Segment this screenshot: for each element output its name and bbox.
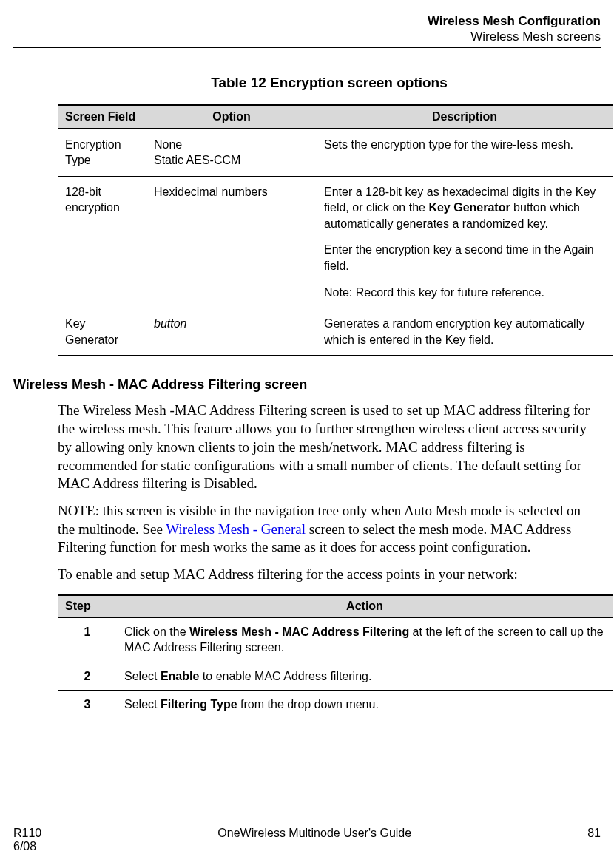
cell-screen-field: Encryption Type <box>58 129 146 177</box>
steps-table: Step Action 1Click on the Wireless Mesh … <box>58 594 613 719</box>
desc-paragraph: Sets the encryption type for the wire-le… <box>324 137 605 153</box>
cell-option: NoneStatic AES-CCM <box>146 129 317 177</box>
th-screen-field: Screen Field <box>58 105 146 129</box>
cell-option: Hexidecimal numbers <box>146 176 317 308</box>
cell-step-number: 2 <box>58 662 117 691</box>
th-option: Option <box>146 105 317 129</box>
footer-doc-title: OneWireless Multinode User's Guide <box>217 827 411 839</box>
cell-description: Generates a random encryption key automa… <box>317 308 613 356</box>
table-row: 2Select Enable to enable MAC Address fil… <box>58 662 613 691</box>
header-title: Wireless Mesh Configuration <box>13 13 601 29</box>
table-row: 128-bit encryptionHexidecimal numbersEnt… <box>58 176 613 308</box>
th-step: Step <box>58 595 117 617</box>
cell-action: Click on the Wireless Mesh - MAC Address… <box>117 617 613 662</box>
encryption-options-table: Screen Field Option Description Encrypti… <box>58 104 613 357</box>
cell-description: Sets the encryption type for the wire-le… <box>317 129 613 177</box>
desc-paragraph: Note: Record this key for future referen… <box>324 285 605 301</box>
cell-step-number: 1 <box>58 617 117 662</box>
wireless-mesh-general-link[interactable]: Wireless Mesh - General <box>166 521 306 537</box>
th-description: Description <box>317 105 613 129</box>
section-para-2: NOTE: this screen is visible in the navi… <box>58 502 601 557</box>
cell-screen-field: 128-bit encryption <box>58 176 146 308</box>
header-subtitle: Wireless Mesh screens <box>13 29 601 44</box>
cell-screen-field: Key Generator <box>58 308 146 356</box>
cell-action: Select Enable to enable MAC Address filt… <box>117 662 613 691</box>
section-heading: Wireless Mesh - MAC Address Filtering sc… <box>13 377 601 393</box>
table-caption: Table 12 Encryption screen options <box>58 75 601 91</box>
table-row: Key GeneratorbuttonGenerates a random en… <box>58 308 613 356</box>
table-row: 1Click on the Wireless Mesh - MAC Addres… <box>58 617 613 662</box>
page-footer: R110 OneWireless Multinode User's Guide … <box>13 824 601 853</box>
page-header: Wireless Mesh Configuration Wireless Mes… <box>13 0 601 45</box>
cell-action: Select Filtering Type from the drop down… <box>117 691 613 719</box>
desc-paragraph: Generates a random encryption key automa… <box>324 316 605 347</box>
desc-paragraph: Enter a 128-bit key as hexadecimal digit… <box>324 184 605 232</box>
footer-page-number: 81 <box>587 827 601 839</box>
footer-revision: R110 <box>13 827 41 839</box>
section-para-3: To enable and setup MAC Address filterin… <box>58 566 601 584</box>
desc-paragraph: Enter the encryption key a second time i… <box>324 242 605 274</box>
section-para-1: The Wireless Mesh -MAC Address Filtering… <box>58 401 601 492</box>
th-action: Action <box>117 595 613 617</box>
table-row: Encryption TypeNoneStatic AES-CCMSets th… <box>58 129 613 177</box>
cell-step-number: 3 <box>58 691 117 719</box>
cell-option: button <box>146 308 317 356</box>
cell-description: Enter a 128-bit key as hexadecimal digit… <box>317 176 613 308</box>
table-row: 3Select Filtering Type from the drop dow… <box>58 691 613 719</box>
footer-date: 6/08 <box>13 840 36 852</box>
header-rule <box>13 47 601 48</box>
